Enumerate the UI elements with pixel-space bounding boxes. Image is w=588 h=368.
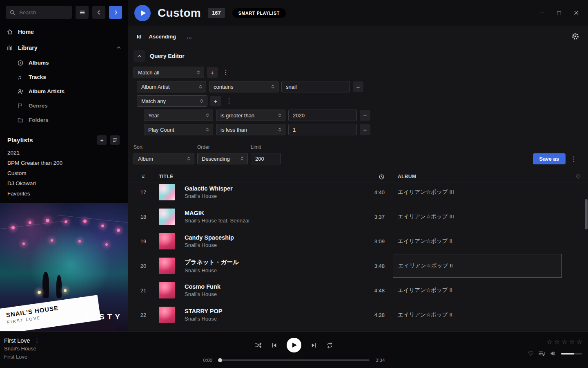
close-button[interactable] <box>569 7 583 19</box>
star-icon[interactable]: ☆ <box>569 338 575 346</box>
sidebar-item-albums[interactable]: Albums <box>0 56 128 70</box>
volume-icon[interactable] <box>550 350 557 357</box>
rule-value-input[interactable] <box>288 110 357 121</box>
add-playlist-button[interactable]: + <box>97 135 107 145</box>
chevron-up-icon[interactable] <box>116 45 121 50</box>
match-type-select[interactable]: Match all <box>134 67 204 78</box>
search-input[interactable] <box>18 9 68 16</box>
track-album[interactable]: エイリアン☆ポップ II <box>398 311 567 319</box>
group-menu-button[interactable]: ⋮ <box>220 67 231 78</box>
rule-field-select[interactable]: Year <box>144 110 213 121</box>
remove-rule-button[interactable]: − <box>353 81 363 92</box>
page-title: Custom <box>158 7 201 20</box>
tracklist-scrollbar[interactable] <box>585 199 588 229</box>
track-album[interactable]: エイリアン☆ポップ II <box>398 238 567 245</box>
sort-field-button[interactable]: Id <box>137 34 142 40</box>
save-as-button[interactable]: Save as <box>533 153 566 164</box>
playlist-list-button[interactable] <box>110 135 120 145</box>
seek-knob[interactable] <box>218 358 222 362</box>
add-rule-button[interactable]: + <box>207 67 218 78</box>
forward-button[interactable] <box>109 6 122 19</box>
track-row[interactable]: 22 STARRY POP Snail's House 4:28 エイリアン☆ポ… <box>128 303 588 327</box>
previous-track-button[interactable] <box>271 342 278 349</box>
match-type-select[interactable]: Match any <box>137 95 207 107</box>
track-album-focused[interactable]: エイリアン☆ポップ II <box>393 254 562 278</box>
minimize-button[interactable] <box>535 7 549 19</box>
add-rule-button[interactable]: + <box>210 96 221 106</box>
track-row[interactable]: 20 プラネット・ガール Snail's House 3:48 エイリアン☆ポッ… <box>128 254 588 278</box>
group-menu-button[interactable]: ⋮ <box>224 96 234 106</box>
select-value: Album <box>138 156 183 162</box>
queue-icon[interactable] <box>538 350 545 357</box>
volume-slider[interactable] <box>561 353 582 355</box>
sidebar-item-genres[interactable]: Genres <box>0 99 128 113</box>
limit-input[interactable] <box>251 153 281 164</box>
sidebar-item-folders[interactable]: Folders <box>0 113 128 127</box>
settings-gear-icon[interactable] <box>572 33 579 40</box>
column-title[interactable]: TITLE <box>159 174 348 180</box>
lantern-string <box>57 215 128 223</box>
column-number[interactable]: # <box>142 174 145 180</box>
rule-value-input[interactable] <box>288 124 357 135</box>
track-number: 21 <box>140 287 146 294</box>
star-icon[interactable]: ☆ <box>547 338 552 346</box>
rule-operator-select[interactable]: is less than <box>216 124 285 135</box>
sidebar-item-album-artists[interactable]: Album Artists <box>0 84 128 99</box>
maximize-icon <box>557 11 561 15</box>
sort-select[interactable]: Album <box>134 153 194 164</box>
play-playlist-button[interactable] <box>134 5 151 21</box>
search-box[interactable] <box>6 6 72 19</box>
now-playing-artwork[interactable]: SNAIL'S HOUSE FIRST LOVE TASTY <box>0 203 128 331</box>
column-album[interactable]: ALBUM <box>398 174 567 180</box>
sort-direction-button[interactable]: Ascending <box>149 34 176 40</box>
now-playing-menu-button[interactable]: ⋮ <box>34 337 40 345</box>
rule-field-select[interactable]: Album Artist <box>137 81 206 92</box>
playlist-item[interactable]: BPM Greater than 200 <box>0 158 128 168</box>
maximize-button[interactable] <box>552 7 566 19</box>
sidebar-item-home[interactable]: Home <box>0 24 128 40</box>
remove-rule-button[interactable]: − <box>360 124 370 135</box>
collapse-query-editor-button[interactable] <box>134 50 145 62</box>
remove-rule-button[interactable]: − <box>360 110 370 121</box>
playlist-item[interactable]: DJ Okawari <box>0 179 128 189</box>
track-row[interactable]: 19 Candy Spaceship Snail's House 3:09 エイ… <box>128 229 588 254</box>
playlist-item[interactable]: 2021 <box>0 148 128 158</box>
playlist-item[interactable]: Custom <box>0 168 128 179</box>
seek-bar[interactable] <box>218 359 370 361</box>
track-album[interactable]: エイリアン☆ポップ III <box>398 213 567 220</box>
track-row[interactable]: 18 MAGIK Snail's House feat. Sennzai 3:3… <box>128 204 588 229</box>
menu-button[interactable] <box>76 6 89 19</box>
duration-column-clock-icon[interactable] <box>379 174 385 180</box>
track-album[interactable]: エイリアン☆ポップ III <box>398 188 567 196</box>
more-button[interactable]: … <box>187 34 192 40</box>
favorite-heart-icon[interactable]: ♡ <box>528 350 534 357</box>
order-select[interactable]: Descending <box>197 153 248 164</box>
track-row[interactable]: 17 Galactic Whisper Snail's House 4:40 エ… <box>128 182 588 204</box>
sidebar-item-library[interactable]: Library <box>0 40 128 56</box>
rule-operator-select[interactable]: is greater than <box>216 110 285 121</box>
minimize-icon <box>539 13 544 13</box>
track-title: MAGIK <box>185 210 348 216</box>
lantern <box>117 229 120 232</box>
track-album[interactable]: エイリアン☆ポップ II <box>398 287 567 294</box>
track-row[interactable]: 21 Cosmo Funk Snail's House 4:48 エイリアン☆ポ… <box>128 278 588 303</box>
rating-stars: ☆ ☆ ☆ ☆ ☆ <box>547 338 582 346</box>
shuffle-button[interactable] <box>255 342 262 349</box>
back-button[interactable] <box>92 6 105 19</box>
play-pause-button[interactable] <box>287 338 301 352</box>
save-menu-button[interactable]: ⋮ <box>568 154 579 164</box>
repeat-button[interactable] <box>326 342 333 349</box>
transport-controls: 0:00 3:34 <box>198 338 390 363</box>
rule-field-select[interactable]: Play Count <box>144 124 213 135</box>
next-track-button[interactable] <box>310 342 317 349</box>
rule-operator-select[interactable]: contains <box>209 81 278 92</box>
star-icon[interactable]: ☆ <box>577 338 582 346</box>
track-count-badge: 167 <box>208 8 225 18</box>
star-icon[interactable]: ☆ <box>554 338 559 346</box>
order-label: Order <box>197 144 248 150</box>
sidebar-item-tracks[interactable]: ♫ Tracks <box>0 70 128 84</box>
favorite-column-heart-icon[interactable]: ♡ <box>576 173 581 180</box>
star-icon[interactable]: ☆ <box>562 338 567 346</box>
rule-value-input[interactable] <box>281 81 350 92</box>
playlist-item[interactable]: Favorites <box>0 189 128 199</box>
